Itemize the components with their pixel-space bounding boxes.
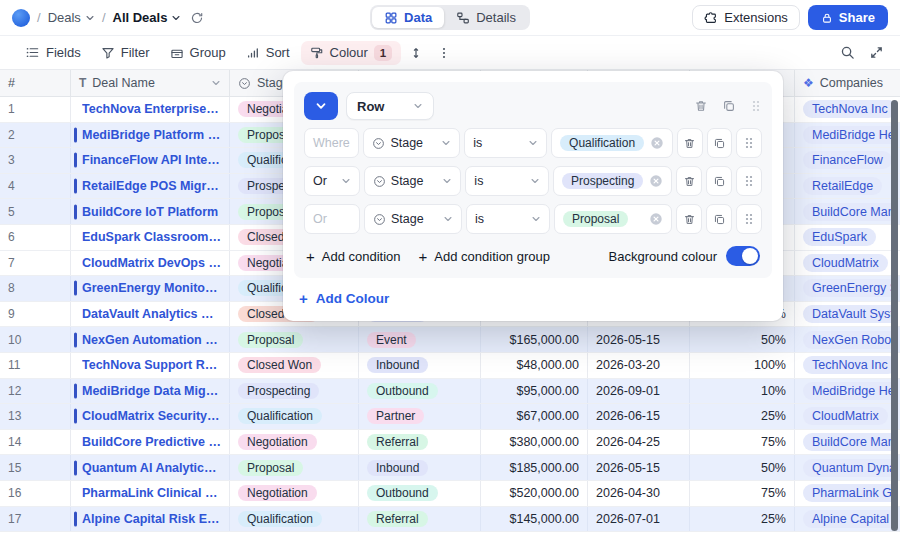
row-number-cell[interactable]: 1 <box>0 97 71 122</box>
channel-cell[interactable]: Event <box>359 327 481 352</box>
delete-condition-button[interactable] <box>676 166 702 196</box>
row-number-cell[interactable]: 3 <box>0 148 71 173</box>
linked-record-chip[interactable]: TechNova Inc <box>803 356 893 374</box>
condition-drag-handle[interactable] <box>736 204 762 234</box>
table-row[interactable]: 12MediBridge Data MigrationProspectingOu… <box>0 379 900 405</box>
deal-name-cell[interactable]: EduSpark Classroom Suite <box>71 225 230 250</box>
companies-cell[interactable]: TechNova Inc <box>795 353 893 378</box>
column-header-row-number[interactable]: # <box>0 70 71 96</box>
companies-cell[interactable]: CloudMatrix <box>795 404 893 429</box>
probability-cell[interactable]: 25% <box>690 507 795 532</box>
channel-cell[interactable]: Inbound <box>359 455 481 480</box>
channel-cell[interactable]: Inbound <box>359 353 481 378</box>
linked-record-chip[interactable]: DataVault Systems <box>803 305 893 323</box>
deal-name-cell[interactable]: Quantum AI Analytics Suite <box>71 455 230 480</box>
companies-cell[interactable]: BuildCore Manufacturing <box>795 430 893 455</box>
deal-name-cell[interactable]: TechNova Support Renewal <box>71 353 230 378</box>
search-icon[interactable] <box>840 45 855 60</box>
trash-icon[interactable] <box>694 99 708 113</box>
add-condition-group-button[interactable]: + Add condition group <box>419 249 550 264</box>
companies-cell[interactable]: CloudMatrix <box>795 251 893 276</box>
refresh-icon[interactable] <box>190 11 204 25</box>
deal-name-cell[interactable]: MediBridge Platform Upgr... <box>71 123 230 148</box>
close-date-cell[interactable]: 2026-05-15 <box>588 455 690 480</box>
linked-record-chip[interactable]: MediBridge Healthcare <box>803 126 893 144</box>
row-number-cell[interactable]: 13 <box>0 404 71 429</box>
table-row[interactable]: 13CloudMatrix Security Add...Qualificati… <box>0 404 900 430</box>
companies-cell[interactable]: MediBridge Healthcare <box>795 123 893 148</box>
add-colour-button[interactable]: + Add Colour <box>299 291 772 306</box>
companies-cell[interactable]: NexGen Robotics <box>795 327 893 352</box>
column-header-companies[interactable]: ❖ Companies <box>795 70 893 96</box>
companies-cell[interactable]: TechNova Inc <box>795 97 893 122</box>
colour-button[interactable]: Colour 1 <box>301 41 402 65</box>
companies-cell[interactable]: MediBridge Healthcare <box>795 379 893 404</box>
linked-record-chip[interactable]: TechNova Inc <box>803 100 893 118</box>
probability-cell[interactable]: 50% <box>690 327 795 352</box>
tab-data[interactable]: Data <box>372 7 444 28</box>
deal-name-cell[interactable]: Alpine Capital Risk Engine <box>71 507 230 532</box>
colour-swatch-button[interactable] <box>304 92 338 120</box>
tab-details[interactable]: Details <box>444 7 528 28</box>
clear-value-icon[interactable] <box>650 136 664 150</box>
companies-cell[interactable]: PharmaLink Global <box>795 481 893 506</box>
row-number-cell[interactable]: 7 <box>0 251 71 276</box>
linked-record-chip[interactable]: GreenEnergy Solutions <box>803 279 893 297</box>
row-number-cell[interactable]: 6 <box>0 225 71 250</box>
table-row[interactable]: 11TechNova Support RenewalClosed WonInbo… <box>0 353 900 379</box>
base-logo[interactable] <box>12 9 30 27</box>
companies-cell[interactable]: Alpine Capital <box>795 507 893 532</box>
stage-cell[interactable]: Closed Won <box>230 353 359 378</box>
channel-cell[interactable]: Referral <box>359 430 481 455</box>
stage-cell[interactable]: Proposal <box>230 327 359 352</box>
row-number-cell[interactable]: 2 <box>0 123 71 148</box>
breadcrumb-table[interactable]: Deals <box>48 10 95 25</box>
close-date-cell[interactable]: 2026-04-25 <box>588 430 690 455</box>
field-select[interactable]: Stage <box>364 166 462 196</box>
deal-name-cell[interactable]: CloudMatrix DevOps Tools <box>71 251 230 276</box>
linked-record-chip[interactable]: BuildCore Manufacturing <box>803 203 893 221</box>
vertical-scrollbar[interactable] <box>891 100 898 531</box>
breadcrumb-view[interactable]: All Deals <box>113 10 182 25</box>
duplicate-condition-button[interactable] <box>706 166 732 196</box>
linked-record-chip[interactable]: Alpine Capital <box>803 510 893 528</box>
companies-cell[interactable]: FinanceFlow <box>795 148 893 173</box>
deal-name-cell[interactable]: NexGen Automation Suite <box>71 327 230 352</box>
companies-cell[interactable]: RetailEdge <box>795 174 893 199</box>
table-row[interactable]: 16PharmaLink Clinical Trials ...Negotiat… <box>0 481 900 507</box>
linked-record-chip[interactable]: NexGen Robotics <box>803 331 893 349</box>
deal-name-cell[interactable]: CloudMatrix Security Add... <box>71 404 230 429</box>
linked-record-chip[interactable]: RetailEdge <box>803 177 882 195</box>
amount-cell[interactable]: $48,000.00 <box>481 353 588 378</box>
deal-name-cell[interactable]: RetailEdge POS Migration <box>71 174 230 199</box>
sort-button[interactable]: Sort <box>237 41 299 64</box>
value-select[interactable]: Prospecting <box>553 166 672 196</box>
linked-record-chip[interactable]: PharmaLink Global <box>803 484 893 502</box>
stage-cell[interactable]: Qualification <box>230 507 359 532</box>
operator-select[interactable]: is <box>464 128 547 158</box>
table-row[interactable]: 14BuildCore Predictive Maint...Negotiati… <box>0 430 900 456</box>
field-select[interactable]: Stage <box>364 204 462 234</box>
duplicate-condition-button[interactable] <box>706 204 732 234</box>
share-button[interactable]: Share <box>808 5 888 30</box>
value-select[interactable]: Proposal <box>554 204 672 234</box>
field-select[interactable]: Stage <box>363 128 460 158</box>
row-number-cell[interactable]: 5 <box>0 199 71 224</box>
colour-target-select[interactable]: Row <box>346 92 434 120</box>
amount-cell[interactable]: $520,000.00 <box>481 481 588 506</box>
amount-cell[interactable]: $67,000.00 <box>481 404 588 429</box>
close-date-cell[interactable]: 2026-06-15 <box>588 404 690 429</box>
delete-condition-button[interactable] <box>676 204 702 234</box>
channel-cell[interactable]: Referral <box>359 507 481 532</box>
channel-cell[interactable]: Partner <box>359 404 481 429</box>
row-number-cell[interactable]: 16 <box>0 481 71 506</box>
deal-name-cell[interactable]: MediBridge Data Migration <box>71 379 230 404</box>
group-button[interactable]: Group <box>161 41 235 64</box>
probability-cell[interactable]: 75% <box>690 430 795 455</box>
table-row[interactable]: 10NexGen Automation SuiteProposalEvent$1… <box>0 327 900 353</box>
stage-cell[interactable]: Qualification <box>230 404 359 429</box>
condition-drag-handle[interactable] <box>736 128 762 158</box>
table-row[interactable]: 15Quantum AI Analytics SuiteProposalInbo… <box>0 455 900 481</box>
amount-cell[interactable]: $95,000.00 <box>481 379 588 404</box>
linked-record-chip[interactable]: EduSpark <box>803 228 876 246</box>
